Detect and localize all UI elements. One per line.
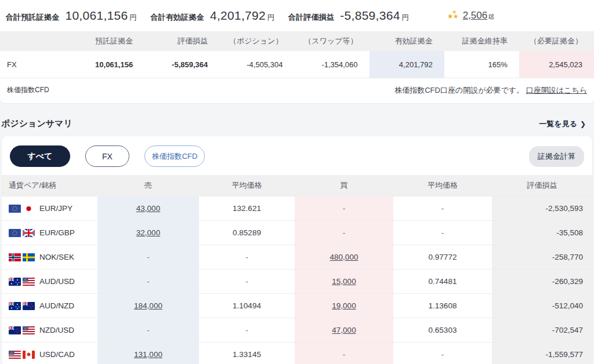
tab-fx[interactable]: FX [85, 145, 129, 167]
pnl-value: -35,508 [556, 228, 583, 237]
sell-avg-price-cell: - [199, 318, 295, 342]
sell-avg-price: - [245, 326, 248, 334]
col-header-valuation-pnl: 評価損益 [144, 31, 219, 51]
view-all-link[interactable]: 一覧を見る ❯ [539, 119, 586, 129]
pair-cell: USD/CAD [2, 343, 97, 364]
flag-sek-icon [23, 253, 35, 261]
sell-quantity-cell: 32,000 [97, 221, 199, 245]
sell-avg-price-cell: 132.621 [199, 196, 295, 220]
flag-usd-icon [23, 326, 35, 334]
buy-avg-price: - [441, 350, 444, 359]
buy-avg-price-cell: 1.13608 [393, 294, 492, 318]
buy-quantity[interactable]: 480,000 [330, 253, 358, 261]
flag-nzd-icon [9, 326, 21, 334]
sell-quantity[interactable]: 131,000 [134, 350, 162, 359]
cfd-row-label: 株価指数CFD [7, 85, 49, 95]
pair-cell: AUD/NZD [2, 294, 97, 318]
pair-name: NZD/USD [39, 326, 74, 334]
pair-cell: NZD/USD [2, 318, 97, 342]
buy-avg-price: - [441, 204, 444, 213]
sell-avg-price: 1.33145 [233, 350, 261, 359]
margin-calc-button[interactable]: 証拠金計算 [529, 146, 584, 167]
fx-swap-pnl: -1,354,060 [294, 51, 369, 78]
buy-avg-price-cell: 0.74481 [393, 270, 492, 293]
pair-cell: EUR/JPY [2, 196, 97, 220]
pair-name: USD/CAD [39, 350, 75, 359]
filter-tabs-row: すべて FX 株価指数CFD 証拠金計算 [2, 136, 592, 175]
col-header-margin-ratio: 証拠金維持率 [444, 31, 519, 51]
sell-avg-price: 1.10494 [233, 301, 261, 310]
sell-quantity[interactable]: 184,000 [134, 301, 162, 310]
positions-card: すべて FX 株価指数CFD 証拠金計算 通貨ペア/銘柄 売 平均価格 買 平均… [2, 136, 592, 364]
pnl-value: -512,040 [552, 301, 583, 310]
metric-label: 合計有効証拠金 [151, 12, 204, 23]
pair-name: EUR/GBP [39, 228, 75, 237]
positions-table-header: 通貨ペア/銘柄 売 平均価格 買 平均価格 評価損益 [2, 175, 592, 196]
buy-quantity[interactable]: 15,000 [332, 277, 356, 286]
pnl-value: -260,329 [552, 277, 583, 286]
buy-avg-price: 0.65303 [429, 326, 457, 334]
flag-cad-icon [23, 351, 35, 359]
buy-avg-price: 1.13608 [429, 301, 457, 310]
fx-required-margin: 2,545,023 [519, 51, 594, 78]
fx-valuation-pnl: -5,859,364 [144, 51, 219, 78]
metric-value: -5,859,364 [340, 9, 400, 23]
metric-label: 合計評価損益 [288, 12, 334, 23]
buy-quantity-cell: 15,000 [295, 270, 393, 293]
buy-quantity-cell: 19,000 [295, 294, 393, 318]
metric-total-deposit: 合計預託証拠金 10,061,156 円 [6, 9, 137, 23]
pair-cell: NOK/SEK [2, 245, 97, 269]
flag-aud-icon [9, 302, 21, 310]
flag-usd-icon [23, 278, 35, 286]
fx-deposit-margin: 10,061,156 [70, 51, 144, 78]
pair-name: NOK/SEK [39, 253, 74, 261]
metric-unit: 円 [267, 13, 274, 23]
col-header-swap: （スワップ等） [294, 31, 369, 51]
position-row-noksek: NOK/SEK - - 480,000 0.97772 -258,770 [2, 245, 592, 269]
pnl-cell: -702,547 [492, 318, 592, 342]
summary-metrics-bar: 合計預託証拠金 10,061,156 円 合計有効証拠金 4,201,792 円… [0, 0, 594, 31]
pair-name: EUR/JPY [39, 204, 73, 213]
tab-stock-index-cfd[interactable]: 株価指数CFD [144, 145, 205, 167]
sell-quantity[interactable]: 43,000 [136, 204, 160, 213]
sell-quantity[interactable]: 32,000 [136, 228, 160, 237]
flag-aud-icon [9, 278, 21, 286]
sell-quantity-cell: - [97, 270, 199, 293]
metric-value: 4,201,792 [210, 9, 266, 23]
buy-avg-price: - [441, 228, 444, 237]
cfd-message-text: 株価指数CFD口座の開設が必要です。 [394, 86, 524, 94]
pnl-cell: -258,770 [492, 245, 592, 269]
position-row-eurgbp: EUR/GBP 32,000 0.85289 - - -35,508 [2, 220, 592, 245]
open-account-link[interactable]: 口座開設はこちら [526, 86, 587, 94]
metric-label: 合計預託証拠金 [6, 12, 59, 23]
buy-avg-price-cell: 0.65303 [393, 318, 492, 342]
header-spacer [0, 31, 70, 51]
account-table-header: 預託証拠金 評価損益 （ポジション） （スワップ等） 有効証拠金 証拠金維持率 … [0, 31, 594, 51]
buy-quantity: - [343, 228, 346, 237]
flag-usd-icon [9, 351, 21, 359]
account-row-label: FX [0, 51, 70, 78]
sell-quantity-cell: - [97, 245, 199, 269]
buy-avg-price-cell: - [393, 221, 492, 245]
pnl-value: -258,770 [552, 253, 583, 261]
pnl-cell: -1,559,577 [492, 343, 592, 364]
flag-nok-icon [9, 253, 21, 261]
account-row-cfd: 株価指数CFD 株価指数CFD口座の開設が必要です。 口座開設はこちら [0, 78, 594, 102]
sell-quantity: - [147, 277, 150, 286]
buy-quantity-cell: - [295, 196, 393, 220]
metric-effective-margin: 合計有効証拠金 4,201,792 円 [151, 9, 275, 23]
points-link[interactable]: ★★★ 2,506 pt [447, 10, 494, 21]
tab-all[interactable]: すべて [10, 145, 70, 167]
sell-avg-price-cell: 0.85289 [199, 221, 295, 245]
pair-name: AUD/USD [39, 277, 75, 286]
pnl-value: -2,530,593 [545, 204, 583, 213]
chevron-right-icon: ❯ [580, 120, 586, 128]
pair-name: AUD/NZD [39, 301, 74, 310]
metric-valuation-pnl: 合計評価損益 -5,859,364 円 [288, 9, 409, 23]
flag-jpy-icon [23, 205, 35, 213]
buy-quantity: - [343, 350, 346, 359]
sell-avg-price-cell: - [199, 270, 295, 293]
buy-quantity[interactable]: 19,000 [332, 301, 356, 310]
flag-eur-icon [9, 205, 21, 213]
buy-quantity[interactable]: 47,000 [332, 326, 356, 334]
